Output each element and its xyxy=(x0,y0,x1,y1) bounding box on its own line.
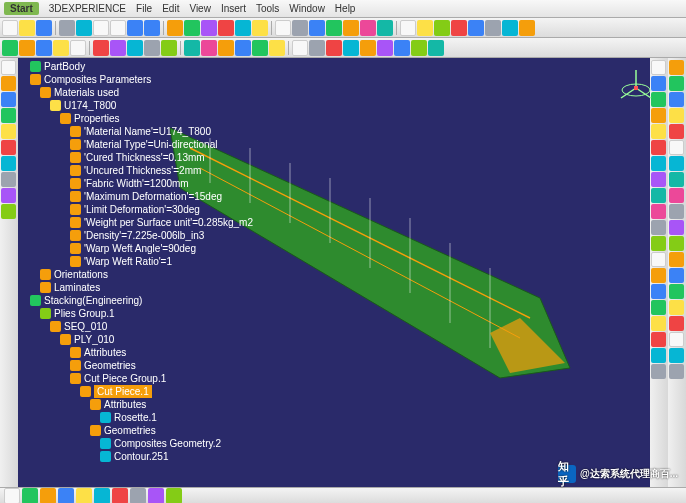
tool-icon[interactable] xyxy=(669,172,684,187)
tool-icon[interactable] xyxy=(651,140,666,155)
tool-icon[interactable] xyxy=(36,40,52,56)
tool-icon[interactable] xyxy=(651,268,666,283)
tree-node[interactable]: 'Material Type'=Uni-directional xyxy=(20,138,250,151)
menu-file[interactable]: File xyxy=(136,3,152,14)
tool-icon[interactable] xyxy=(326,40,342,56)
copy-icon[interactable] xyxy=(93,20,109,36)
tree-node[interactable]: Attributes xyxy=(20,398,250,411)
tool-icon[interactable] xyxy=(201,40,217,56)
tool-icon[interactable] xyxy=(1,92,16,107)
tool-icon[interactable] xyxy=(669,108,684,123)
tool-icon[interactable] xyxy=(669,220,684,235)
tree-node[interactable]: Rosette.1 xyxy=(20,411,250,424)
tool-icon[interactable] xyxy=(1,204,16,219)
tree-node[interactable]: Materials used xyxy=(20,86,250,99)
status-icon[interactable] xyxy=(76,488,92,504)
3d-viewport[interactable]: PartBodyComposites ParametersMaterials u… xyxy=(0,58,686,487)
status-icon[interactable] xyxy=(22,488,38,504)
tool-icon[interactable] xyxy=(218,40,234,56)
tool-icon[interactable] xyxy=(1,124,16,139)
tool-icon[interactable] xyxy=(669,300,684,315)
menu-edit[interactable]: Edit xyxy=(162,3,179,14)
menu-insert[interactable]: Insert xyxy=(221,3,246,14)
tool-icon[interactable] xyxy=(669,268,684,283)
status-icon[interactable] xyxy=(148,488,164,504)
tool-icon[interactable] xyxy=(434,20,450,36)
tool-icon[interactable] xyxy=(309,40,325,56)
tool-icon[interactable] xyxy=(651,332,666,347)
tool-icon[interactable] xyxy=(394,40,410,56)
specification-tree[interactable]: PartBodyComposites ParametersMaterials u… xyxy=(20,60,250,463)
tool-icon[interactable] xyxy=(1,156,16,171)
tool-icon[interactable] xyxy=(184,20,200,36)
tool-icon[interactable] xyxy=(343,20,359,36)
tool-icon[interactable] xyxy=(127,40,143,56)
tool-icon[interactable] xyxy=(669,76,684,91)
tree-node[interactable]: 'Cured Thickness'=0.13mm xyxy=(20,151,250,164)
tool-icon[interactable] xyxy=(201,20,217,36)
tool-icon[interactable] xyxy=(651,284,666,299)
tool-icon[interactable] xyxy=(519,20,535,36)
tool-icon[interactable] xyxy=(269,40,285,56)
tool-icon[interactable] xyxy=(235,20,251,36)
tool-icon[interactable] xyxy=(161,40,177,56)
menu-tools[interactable]: Tools xyxy=(256,3,279,14)
tree-node[interactable]: Stacking(Engineering) xyxy=(20,294,250,307)
tree-node[interactable]: Contour.251 xyxy=(20,450,250,463)
tool-icon[interactable] xyxy=(451,20,467,36)
tool-icon[interactable] xyxy=(1,76,16,91)
redo-icon[interactable] xyxy=(144,20,160,36)
tool-icon[interactable] xyxy=(669,236,684,251)
tool-icon[interactable] xyxy=(669,252,684,267)
tool-icon[interactable] xyxy=(292,20,308,36)
tool-icon[interactable] xyxy=(651,156,666,171)
tree-node[interactable]: 'Warp Weft Ratio'=1 xyxy=(20,255,250,268)
tool-icon[interactable] xyxy=(428,40,444,56)
status-icon[interactable] xyxy=(40,488,56,504)
paste-icon[interactable] xyxy=(110,20,126,36)
tool-icon[interactable] xyxy=(1,140,16,155)
tool-icon[interactable] xyxy=(669,124,684,139)
tree-node[interactable]: 'Limit Deformation'=30deg xyxy=(20,203,250,216)
tool-icon[interactable] xyxy=(252,20,268,36)
print-icon[interactable] xyxy=(59,20,75,36)
tool-icon[interactable] xyxy=(651,236,666,251)
tool-icon[interactable] xyxy=(651,300,666,315)
menu-view[interactable]: View xyxy=(189,3,211,14)
tree-node[interactable]: 'Weight per Surface unit'=0.285kg_m2 xyxy=(20,216,250,229)
menu-help[interactable]: Help xyxy=(335,3,356,14)
tool-icon[interactable] xyxy=(360,20,376,36)
tree-node[interactable]: Cut Piece Group.1 xyxy=(20,372,250,385)
tool-icon[interactable] xyxy=(93,40,109,56)
tree-node[interactable]: 'Density'=7.225e-006lb_in3 xyxy=(20,229,250,242)
tree-node[interactable]: 'Maximum Deformation'=15deg xyxy=(20,190,250,203)
tool-icon[interactable] xyxy=(417,20,433,36)
tool-icon[interactable] xyxy=(669,92,684,107)
tool-icon[interactable] xyxy=(669,284,684,299)
status-icon[interactable] xyxy=(112,488,128,504)
cut-icon[interactable] xyxy=(76,20,92,36)
tool-icon[interactable] xyxy=(309,20,325,36)
tool-icon[interactable] xyxy=(669,188,684,203)
tool-icon[interactable] xyxy=(218,20,234,36)
undo-icon[interactable] xyxy=(127,20,143,36)
tree-node[interactable]: PartBody xyxy=(20,60,250,73)
tree-node[interactable]: Orientations xyxy=(20,268,250,281)
tool-icon[interactable] xyxy=(651,172,666,187)
status-icon[interactable] xyxy=(94,488,110,504)
tool-icon[interactable] xyxy=(275,20,291,36)
tool-icon[interactable] xyxy=(19,40,35,56)
tool-icon[interactable] xyxy=(651,348,666,363)
tool-icon[interactable] xyxy=(110,40,126,56)
tree-node[interactable]: Composites Parameters xyxy=(20,73,250,86)
tool-icon[interactable] xyxy=(468,20,484,36)
tool-icon[interactable] xyxy=(669,60,684,75)
tree-node[interactable]: Plies Group.1 xyxy=(20,307,250,320)
status-icon[interactable] xyxy=(130,488,146,504)
tool-icon[interactable] xyxy=(326,20,342,36)
tool-icon[interactable] xyxy=(1,188,16,203)
tool-icon[interactable] xyxy=(1,108,16,123)
tool-icon[interactable] xyxy=(2,40,18,56)
tool-icon[interactable] xyxy=(651,316,666,331)
tree-node[interactable]: 'Warp Weft Angle'=90deg xyxy=(20,242,250,255)
